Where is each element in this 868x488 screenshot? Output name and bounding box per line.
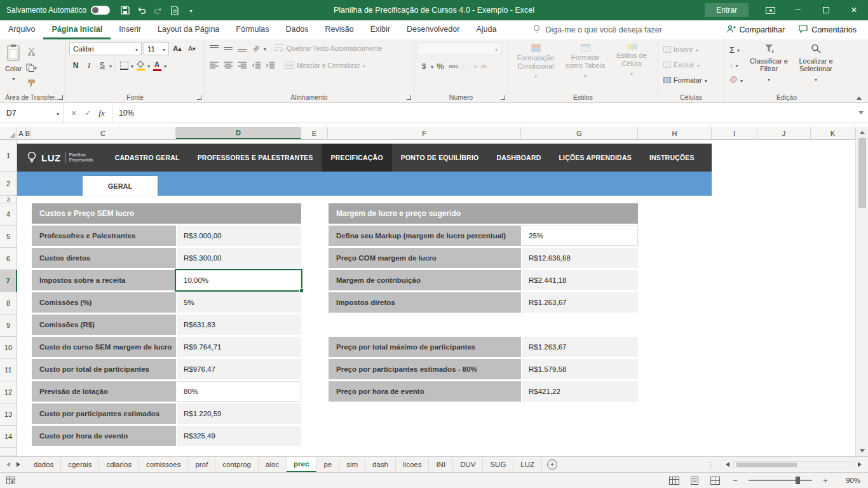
new-sheet-icon[interactable] <box>547 459 557 470</box>
decrease-indent-icon[interactable] <box>250 59 262 72</box>
row-header-8[interactable]: 8 <box>0 292 17 315</box>
align-center-icon[interactable] <box>222 59 234 72</box>
nav-tab-instrucoes[interactable]: INSTRUÇÕES <box>641 144 703 172</box>
font-size-caret-icon[interactable] <box>163 45 165 53</box>
font-name-combo[interactable]: Calibri <box>69 42 142 55</box>
wrap-text-button[interactable]: Quebrar Texto Automaticamente <box>273 42 384 55</box>
tab-desenvolvedor[interactable]: Desenvolvedor <box>398 20 468 39</box>
cell-value[interactable]: R$5.300,00 <box>176 248 301 268</box>
sheet-tab-contprog[interactable]: contprog <box>215 457 259 472</box>
column-header-j[interactable]: J <box>757 127 811 139</box>
ribbon-display-options-icon[interactable] <box>756 0 784 20</box>
scroll-up-icon[interactable] <box>856 127 868 138</box>
sheet-tab-ini[interactable]: INI <box>429 457 453 472</box>
sheet-tab-duv[interactable]: DUV <box>453 457 483 472</box>
delete-cells-button[interactable]: Excluir <box>661 58 721 71</box>
accounting-format-icon[interactable] <box>417 60 430 72</box>
cell-value[interactable]: R$631,83 <box>176 315 301 335</box>
format-as-table-button[interactable]: Formatar como Tabela <box>561 42 609 81</box>
collapse-ribbon-icon[interactable] <box>857 97 862 100</box>
underline-caret-icon[interactable] <box>109 61 112 70</box>
cell-value[interactable]: R$421,22 <box>521 381 638 402</box>
nav-tab-precificacao[interactable]: PRECIFICAÇÃO <box>322 144 391 172</box>
borders-caret-icon[interactable] <box>131 61 133 70</box>
underline-button[interactable]: S <box>96 59 109 72</box>
cell-value[interactable]: R$976,47 <box>176 359 301 379</box>
comments-button[interactable]: Comentários <box>799 25 857 35</box>
conditional-formatting-button[interactable]: Formatação Condicional <box>512 42 560 82</box>
orientation-icon[interactable] <box>250 42 262 55</box>
sheet-tab-sim[interactable]: sim <box>339 457 365 472</box>
name-box-caret-icon[interactable] <box>57 109 59 118</box>
tab-inserir[interactable]: Inserir <box>111 20 149 39</box>
cut-icon[interactable] <box>25 45 37 58</box>
dialog-launcher-icon[interactable] <box>407 95 411 100</box>
nav-tab-cadastro-geral[interactable]: CADASTRO GERAL <box>106 144 189 172</box>
tab-exibir[interactable]: Exibir <box>362 20 398 39</box>
tab-ajuda[interactable]: Ajuda <box>468 20 505 39</box>
accounting-caret-icon[interactable] <box>431 62 433 71</box>
row-header-11[interactable]: 11 <box>0 359 17 381</box>
sheet-tab-licoes[interactable]: licoes <box>396 457 429 472</box>
formula-input[interactable]: 10% <box>112 103 854 123</box>
sheet-tab-sug[interactable]: SUG <box>483 457 513 472</box>
sheet-tab-luz[interactable]: LUZ <box>513 457 542 472</box>
increase-indent-icon[interactable] <box>264 59 276 72</box>
nav-tab-professores-e-palestrantes[interactable]: PROFESSORES E PALESTRANTES <box>189 144 322 172</box>
sheet-tab-cdiarios[interactable]: cdiarios <box>99 457 139 472</box>
fill-color-icon[interactable] <box>134 59 147 72</box>
decrease-font-size-icon[interactable] <box>186 43 198 55</box>
bold-button[interactable]: N <box>69 59 82 72</box>
insert-cells-button[interactable]: Inserir <box>661 43 721 56</box>
dialog-launcher-icon[interactable] <box>58 95 63 100</box>
dialog-launcher-icon[interactable] <box>501 95 505 100</box>
sheet-nav-left-icon[interactable] <box>6 462 10 467</box>
row-header-1[interactable]: 1 <box>0 140 17 172</box>
tab-pagina-inicial[interactable]: Página Inicial <box>43 20 111 39</box>
tab-dados[interactable]: Dados <box>277 20 316 39</box>
nav-tab-licoes-aprendidas[interactable]: LIÇÕES APRENDIDAS <box>550 144 640 172</box>
macro-record-icon[interactable] <box>6 477 15 484</box>
cell-value[interactable]: 80% <box>176 381 301 402</box>
cell-value[interactable]: R$1.579,58 <box>521 359 638 379</box>
cell-styles-button[interactable]: Estilos de Célula <box>611 42 653 79</box>
column-header-c[interactable]: C <box>31 127 176 139</box>
row-header-12[interactable]: 12 <box>0 381 17 403</box>
clear-button[interactable] <box>728 74 745 86</box>
borders-icon[interactable] <box>118 59 130 72</box>
redo-icon[interactable] <box>150 2 166 18</box>
cell-value[interactable]: R$9.764,71 <box>176 337 301 357</box>
share-button[interactable]: Compartilhar <box>727 25 785 35</box>
column-header-h[interactable]: H <box>638 127 712 139</box>
cell-value[interactable]: R$325,49 <box>176 426 301 446</box>
orientation-caret-icon[interactable] <box>264 44 266 53</box>
row-header-13[interactable]: 13 <box>0 403 17 426</box>
maximize-button[interactable] <box>812 0 840 20</box>
close-button[interactable] <box>840 0 868 20</box>
autosave-toggle[interactable] <box>91 6 110 15</box>
sheet-tab-dash[interactable]: dash <box>365 457 396 472</box>
fill-button[interactable] <box>728 58 745 71</box>
paste-caret-icon[interactable] <box>12 74 15 83</box>
sheet-bar-options-icon[interactable] <box>702 461 719 469</box>
font-size-combo[interactable]: 11 <box>144 42 169 55</box>
cell-value[interactable]: R$1.220,59 <box>176 403 301 424</box>
scroll-right-icon[interactable] <box>858 462 862 467</box>
autosum-button[interactable] <box>728 43 745 56</box>
expand-formula-bar-icon[interactable] <box>854 103 868 123</box>
row-header-7[interactable]: 7 <box>0 270 17 292</box>
column-header-k[interactable]: K <box>811 127 855 139</box>
vertical-scrollbar-thumb[interactable] <box>858 138 866 208</box>
horizontal-scrollbar-thumb[interactable] <box>736 463 797 467</box>
column-header-g[interactable]: G <box>521 127 638 139</box>
cancel-icon[interactable] <box>67 107 80 119</box>
row-header-4[interactable]: 4 <box>0 203 17 226</box>
markup-input-cell[interactable]: 25% <box>521 226 638 246</box>
copy-icon[interactable] <box>25 61 37 74</box>
sheet-tab-prof[interactable]: prof <box>188 457 215 472</box>
normal-view-icon[interactable] <box>667 474 681 487</box>
format-painter-icon[interactable] <box>25 77 37 90</box>
select-all-corner[interactable] <box>0 127 17 139</box>
minimize-button[interactable] <box>784 0 812 20</box>
sheet-nav-right-icon[interactable] <box>17 462 20 467</box>
